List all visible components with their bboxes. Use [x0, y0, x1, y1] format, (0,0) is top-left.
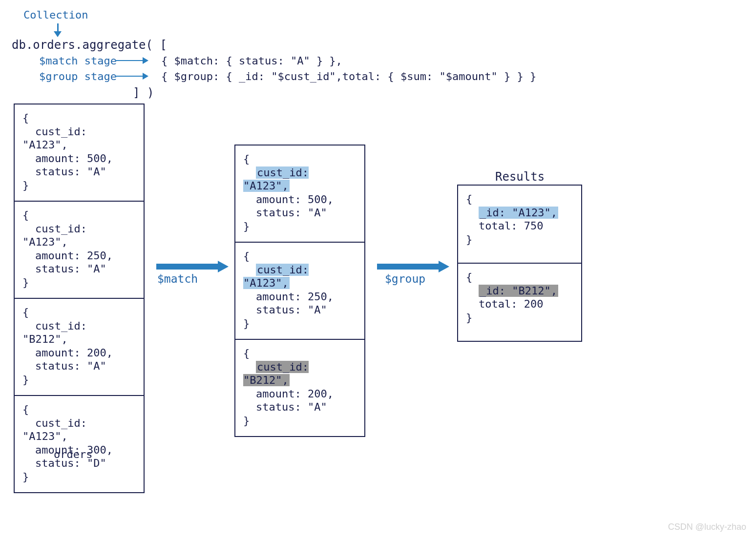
results-column: { _id: "A123", total: 750 } { _id: "B212… — [457, 185, 582, 342]
orders-doc-3-custid: cust_id: "A123", — [22, 417, 87, 443]
matched-doc-2-status: status: "A" — [243, 401, 327, 413]
orders-doc-3: { cust_id: "A123", amount: 300, status: … — [15, 396, 144, 492]
group-op-label: $group — [385, 272, 425, 285]
watermark: CSDN @lucky-zhao — [668, 522, 746, 532]
matched-doc-0: { cust_id: "A123", amount: 500, status: … — [235, 146, 364, 243]
aggregate-close: ] ) — [133, 86, 154, 100]
orders-doc-2-custid: cust_id: "B212", — [22, 320, 87, 346]
matched-column: { cust_id: "A123", amount: 500, status: … — [234, 145, 365, 437]
orders-doc-1-amount: amount: 250, — [22, 250, 113, 262]
matched-doc-1-status: status: "A" — [243, 304, 327, 316]
matched-doc-0-amount: amount: 500, — [243, 193, 334, 206]
matched-doc-2-custid: cust_id: "B212", — [243, 361, 309, 387]
match-code-line: { $match: { status: "A" } }, — [161, 55, 342, 67]
orders-doc-0-status: status: "A" — [22, 166, 106, 178]
orders-doc-1-custid: cust_id: "A123", — [22, 223, 87, 249]
matched-doc-2-amount: amount: 200, — [243, 388, 334, 400]
results-label: Results — [495, 170, 545, 184]
collection-label: Collection — [23, 9, 88, 21]
matched-doc-0-status: status: "A" — [243, 207, 327, 219]
orders-doc-2-status: status: "A" — [22, 360, 106, 372]
match-stage-label: $match stage — [39, 55, 117, 67]
results-doc-1-id: _id: "B212", — [479, 285, 558, 297]
group-code-line: { $group: { _id: "$cust_id",total: { $su… — [161, 70, 536, 83]
matched-doc-1-custid: cust_id: "A123", — [243, 264, 309, 290]
matched-doc-1-amount: amount: 250, — [243, 291, 334, 303]
orders-column: { cust_id: "A123", amount: 500, status: … — [14, 104, 145, 493]
orders-doc-1: { cust_id: "A123", amount: 250, status: … — [15, 202, 144, 299]
orders-doc-0-amount: amount: 500, — [22, 152, 113, 165]
matched-doc-1: { cust_id: "A123", amount: 250, status: … — [235, 243, 364, 340]
orders-doc-0-custid: cust_id: "A123", — [22, 125, 87, 151]
results-doc-0-total: total: 750 — [466, 220, 543, 232]
match-op-label: $match — [157, 272, 198, 285]
results-doc-0-id: _id: "A123", — [479, 207, 558, 219]
results-doc-1-total: total: 200 — [466, 298, 543, 310]
group-stage-label: $group stage — [39, 70, 117, 83]
arrow-match — [156, 261, 229, 272]
orders-doc-0: { cust_id: "A123", amount: 500, status: … — [15, 104, 144, 202]
orders-doc-2: { cust_id: "B212", amount: 200, status: … — [15, 299, 144, 396]
matched-doc-2: { cust_id: "B212", amount: 200, status: … — [235, 340, 364, 436]
arrow-group — [377, 261, 449, 272]
results-doc-1: { _id: "B212", total: 200 } — [458, 264, 581, 341]
orders-doc-1-status: status: "A" — [22, 263, 106, 275]
aggregate-open: db.orders.aggregate( [ — [12, 38, 167, 52]
matched-doc-0-custid: cust_id: "A123", — [243, 166, 309, 192]
orders-doc-2-amount: amount: 200, — [22, 347, 113, 359]
results-doc-0: { _id: "A123", total: 750 } — [458, 186, 581, 264]
orders-label: orders — [54, 448, 92, 460]
